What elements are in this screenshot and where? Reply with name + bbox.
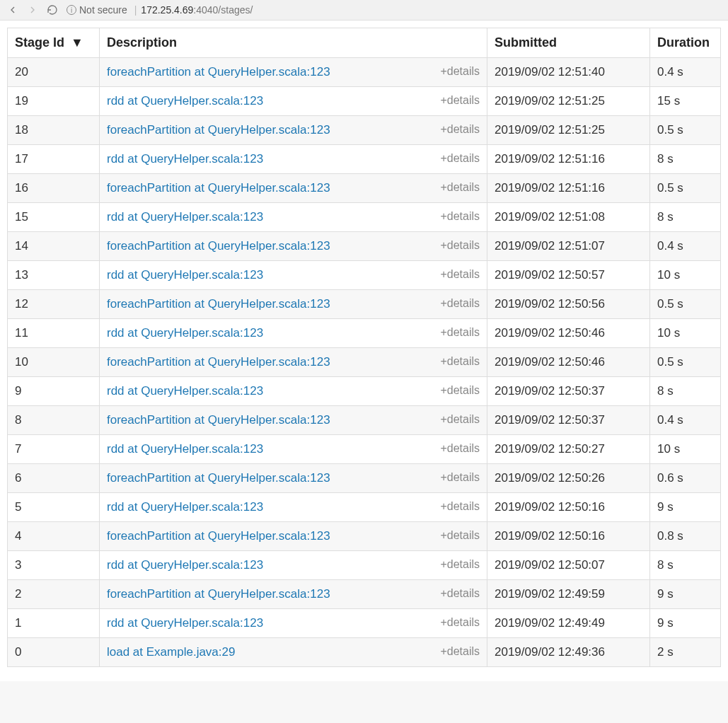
description-cell: rdd at QueryHelper.scala:123+details — [100, 377, 487, 406]
stage-description-link[interactable]: foreachPartition at QueryHelper.scala:12… — [107, 123, 330, 137]
stage-description-link[interactable]: rdd at QueryHelper.scala:123 — [107, 94, 263, 108]
stage-id-cell: 12 — [8, 290, 100, 319]
stage-id-cell: 10 — [8, 348, 100, 377]
table-row: 5rdd at QueryHelper.scala:123+details201… — [8, 493, 721, 522]
duration-cell: 8 s — [650, 145, 721, 174]
stage-description-link[interactable]: rdd at QueryHelper.scala:123 — [107, 442, 263, 456]
submitted-cell: 2019/09/02 12:49:59 — [487, 580, 650, 609]
stage-description-link[interactable]: foreachPartition at QueryHelper.scala:12… — [107, 297, 330, 311]
description-cell: rdd at QueryHelper.scala:123+details — [100, 551, 487, 580]
description-cell: foreachPartition at QueryHelper.scala:12… — [100, 290, 487, 319]
details-link[interactable]: +details — [440, 442, 480, 455]
details-link[interactable]: +details — [440, 297, 480, 310]
stage-id-cell: 19 — [8, 87, 100, 116]
stage-description-link[interactable]: rdd at QueryHelper.scala:123 — [107, 558, 263, 572]
table-row: 2foreachPartition at QueryHelper.scala:1… — [8, 580, 721, 609]
stage-description-link[interactable]: foreachPartition at QueryHelper.scala:12… — [107, 65, 330, 79]
details-link[interactable]: +details — [440, 152, 480, 165]
stage-id-cell: 17 — [8, 145, 100, 174]
duration-cell: 8 s — [650, 203, 721, 232]
duration-cell: 10 s — [650, 319, 721, 348]
header-submitted[interactable]: Submitted — [487, 28, 650, 58]
stage-description-link[interactable]: foreachPartition at QueryHelper.scala:12… — [107, 587, 330, 601]
submitted-cell: 2019/09/02 12:51:16 — [487, 174, 650, 203]
table-row: 20foreachPartition at QueryHelper.scala:… — [8, 58, 721, 87]
description-cell: foreachPartition at QueryHelper.scala:12… — [100, 464, 487, 493]
details-link[interactable]: +details — [440, 529, 480, 542]
stage-description-link[interactable]: foreachPartition at QueryHelper.scala:12… — [107, 471, 330, 485]
submitted-cell: 2019/09/02 12:50:27 — [487, 435, 650, 464]
details-link[interactable]: +details — [440, 500, 480, 513]
details-link[interactable]: +details — [440, 587, 480, 600]
description-cell: foreachPartition at QueryHelper.scala:12… — [100, 580, 487, 609]
duration-cell: 0.5 s — [650, 348, 721, 377]
stage-description-link[interactable]: rdd at QueryHelper.scala:123 — [107, 384, 263, 398]
stage-description-link[interactable]: rdd at QueryHelper.scala:123 — [107, 152, 263, 166]
stage-description-link[interactable]: foreachPartition at QueryHelper.scala:12… — [107, 413, 330, 427]
details-link[interactable]: +details — [440, 94, 480, 107]
duration-cell: 0.4 s — [650, 58, 721, 87]
stage-id-cell: 11 — [8, 319, 100, 348]
details-link[interactable]: +details — [440, 645, 480, 658]
table-row: 11rdd at QueryHelper.scala:123+details20… — [8, 319, 721, 348]
table-row: 19rdd at QueryHelper.scala:123+details20… — [8, 87, 721, 116]
details-link[interactable]: +details — [440, 616, 480, 629]
stage-id-cell: 14 — [8, 232, 100, 261]
stage-id-cell: 13 — [8, 261, 100, 290]
stage-description-link[interactable]: load at Example.java:29 — [107, 645, 235, 659]
details-link[interactable]: +details — [440, 239, 480, 252]
refresh-icon[interactable] — [47, 4, 58, 16]
stage-description-link[interactable]: rdd at QueryHelper.scala:123 — [107, 500, 263, 514]
details-link[interactable]: +details — [440, 65, 480, 78]
details-link[interactable]: +details — [440, 355, 480, 368]
details-link[interactable]: +details — [440, 268, 480, 281]
header-duration[interactable]: Duration — [650, 28, 721, 58]
back-icon[interactable] — [7, 4, 18, 16]
submitted-cell: 2019/09/02 12:50:46 — [487, 319, 650, 348]
details-link[interactable]: +details — [440, 471, 480, 484]
description-cell: rdd at QueryHelper.scala:123+details — [100, 87, 487, 116]
stage-description-link[interactable]: rdd at QueryHelper.scala:123 — [107, 210, 263, 224]
stage-id-cell: 9 — [8, 377, 100, 406]
table-row: 4foreachPartition at QueryHelper.scala:1… — [8, 522, 721, 551]
details-link[interactable]: +details — [440, 413, 480, 426]
submitted-cell: 2019/09/02 12:49:49 — [487, 609, 650, 638]
details-link[interactable]: +details — [440, 326, 480, 339]
stage-description-link[interactable]: rdd at QueryHelper.scala:123 — [107, 268, 263, 282]
description-cell: foreachPartition at QueryHelper.scala:12… — [100, 58, 487, 87]
submitted-cell: 2019/09/02 12:50:37 — [487, 406, 650, 435]
table-row: 7rdd at QueryHelper.scala:123+details201… — [8, 435, 721, 464]
header-description[interactable]: Description — [100, 28, 487, 58]
submitted-cell: 2019/09/02 12:51:07 — [487, 232, 650, 261]
duration-cell: 0.4 s — [650, 406, 721, 435]
table-row: 3rdd at QueryHelper.scala:123+details201… — [8, 551, 721, 580]
header-stage-id-label: Stage Id — [15, 35, 64, 50]
duration-cell: 8 s — [650, 551, 721, 580]
table-row: 15rdd at QueryHelper.scala:123+details20… — [8, 203, 721, 232]
stage-id-cell: 6 — [8, 464, 100, 493]
stage-description-link[interactable]: foreachPartition at QueryHelper.scala:12… — [107, 239, 330, 253]
details-link[interactable]: +details — [440, 123, 480, 136]
details-link[interactable]: +details — [440, 181, 480, 194]
url-bar[interactable]: i Not secure | 172.25.4.69:4040/stages/ — [67, 4, 253, 16]
forward-icon[interactable] — [27, 4, 38, 16]
description-cell: rdd at QueryHelper.scala:123+details — [100, 319, 487, 348]
table-row: 8foreachPartition at QueryHelper.scala:1… — [8, 406, 721, 435]
details-link[interactable]: +details — [440, 384, 480, 397]
stage-description-link[interactable]: foreachPartition at QueryHelper.scala:12… — [107, 355, 330, 369]
header-stage-id[interactable]: Stage Id ▼ — [8, 28, 100, 58]
stage-description-link[interactable]: rdd at QueryHelper.scala:123 — [107, 616, 263, 630]
submitted-cell: 2019/09/02 12:49:36 — [487, 638, 650, 667]
submitted-cell: 2019/09/02 12:50:57 — [487, 261, 650, 290]
submitted-cell: 2019/09/02 12:50:56 — [487, 290, 650, 319]
stage-description-link[interactable]: rdd at QueryHelper.scala:123 — [107, 326, 263, 340]
duration-cell: 9 s — [650, 580, 721, 609]
stage-id-cell: 15 — [8, 203, 100, 232]
details-link[interactable]: +details — [440, 558, 480, 571]
stage-description-link[interactable]: foreachPartition at QueryHelper.scala:12… — [107, 181, 330, 195]
table-row: 17rdd at QueryHelper.scala:123+details20… — [8, 145, 721, 174]
stage-description-link[interactable]: foreachPartition at QueryHelper.scala:12… — [107, 529, 330, 543]
duration-cell: 10 s — [650, 435, 721, 464]
details-link[interactable]: +details — [440, 210, 480, 223]
description-cell: rdd at QueryHelper.scala:123+details — [100, 609, 487, 638]
